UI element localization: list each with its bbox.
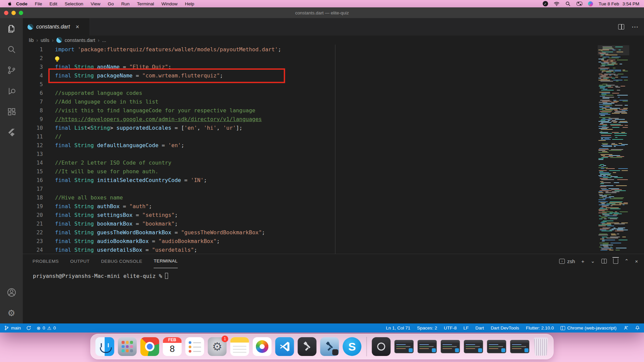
dock-item-window-3[interactable] — [441, 340, 460, 353]
search-icon[interactable] — [0, 39, 23, 60]
line-number[interactable]: 22 — [23, 228, 43, 237]
close-panel-icon[interactable]: × — [635, 258, 638, 264]
menu-item-run[interactable]: Run — [117, 0, 133, 7]
code-line[interactable]: 2 — [23, 54, 644, 63]
dock-item-reminders[interactable] — [185, 337, 204, 356]
line-number[interactable]: 23 — [23, 237, 43, 246]
menu-item-app[interactable]: Code — [12, 0, 31, 7]
line-number[interactable]: 12 — [23, 141, 43, 150]
line-number[interactable]: 5 — [23, 80, 43, 89]
code-line[interactable]: 20final String settingsBox = "settings"; — [23, 211, 644, 220]
code-line[interactable]: 6//supporated language codes — [23, 89, 644, 98]
menu-item-go[interactable]: Go — [104, 0, 117, 7]
dock-item-xcode-blue[interactable] — [320, 337, 339, 356]
code-line[interactable]: 12final String defaultLanguageCode = 'en… — [23, 141, 644, 150]
breadcrumb-item[interactable]: utils — [41, 38, 49, 43]
line-number[interactable]: 14 — [23, 159, 43, 167]
menu-item-help[interactable]: Help — [181, 0, 198, 7]
minimap[interactable] — [598, 45, 629, 254]
menu-item-file[interactable]: File — [31, 0, 46, 7]
menu-bar-clock[interactable]: Tue 8 Feb 3:54 PM — [599, 1, 639, 6]
branch-indicator[interactable]: main — [4, 325, 21, 330]
code-line[interactable]: 9//https://developers.google.com/admin-s… — [23, 115, 644, 124]
line-number[interactable]: 17 — [23, 185, 43, 193]
notifications-button[interactable] — [635, 325, 640, 330]
source-control-icon[interactable] — [0, 60, 23, 80]
code-line[interactable]: 14//Enter 2 Letter ISO Code of country — [23, 159, 644, 167]
terminal-dropdown-icon[interactable]: ⌄ — [591, 258, 595, 264]
line-number[interactable]: 16 — [23, 176, 43, 185]
code-line[interactable]: 1import 'package:flutterquiz/features/wa… — [23, 45, 644, 54]
sync-indicator[interactable] — [26, 325, 31, 330]
new-terminal-icon[interactable]: + — [581, 258, 584, 264]
menu-item-selection[interactable]: Selection — [61, 0, 87, 7]
menu-item-window[interactable]: Window — [158, 0, 181, 7]
dock-item-dark-app[interactable] — [372, 337, 391, 356]
status-item-ln[interactable]: Ln 1, Col 71 — [386, 325, 410, 330]
window-title-bar[interactable]: constants.dart — elite-quiz — [0, 7, 644, 18]
dock-item-photos[interactable] — [253, 337, 272, 356]
code-line[interactable]: 10final List<String> supporatedLocales =… — [23, 124, 644, 132]
line-number[interactable]: 24 — [23, 246, 43, 254]
status-item-utf-8[interactable]: UTF-8 — [444, 325, 457, 330]
wifi-icon[interactable] — [554, 1, 559, 7]
dock-item-system-preferences[interactable]: ⚙1 — [208, 337, 227, 356]
control-center-icon[interactable] — [577, 2, 582, 6]
line-number[interactable]: 10 — [23, 124, 43, 132]
dock-item-notes[interactable] — [230, 337, 249, 356]
dock-item-calendar[interactable]: FEB8 — [163, 337, 182, 356]
breadcrumb-item[interactable]: ... — [102, 38, 106, 43]
shield-check-icon[interactable]: ✓ — [543, 1, 548, 6]
code-line[interactable]: 15//It will be use for phone auth. — [23, 167, 644, 176]
code-line[interactable]: 17 — [23, 185, 644, 193]
account-icon[interactable] — [0, 282, 23, 303]
line-number[interactable]: 13 — [23, 150, 43, 159]
line-number[interactable]: 2 — [23, 54, 43, 63]
code-line[interactable]: 23final String audioBookmarkBox = "audio… — [23, 237, 644, 246]
problems-indicator[interactable]: ⊗ 0 ⚠ 0 — [37, 325, 56, 331]
line-number[interactable]: 4 — [23, 71, 43, 80]
line-number[interactable]: 21 — [23, 220, 43, 228]
more-actions-icon[interactable]: ⋯ — [632, 23, 639, 31]
lightbulb-icon[interactable] — [55, 56, 59, 61]
line-number[interactable]: 19 — [23, 202, 43, 211]
extensions-icon[interactable] — [0, 101, 23, 122]
line-number[interactable]: 11 — [23, 132, 43, 141]
line-number[interactable]: 18 — [23, 193, 43, 202]
code-line[interactable]: 18//Hive all boxes name — [23, 193, 644, 202]
line-number[interactable]: 3 — [23, 63, 43, 71]
split-editor-icon[interactable] — [618, 24, 624, 29]
status-item-spaces[interactable]: Spaces: 2 — [417, 325, 437, 330]
dock-item-window-2[interactable] — [418, 340, 437, 353]
code-line[interactable]: 24final String userdetailsBox = "userdet… — [23, 246, 644, 254]
status-item-dart[interactable]: Dart DevTools — [491, 325, 519, 330]
flutter-icon[interactable] — [0, 122, 23, 143]
line-number[interactable]: 6 — [23, 89, 43, 98]
line-number[interactable]: 15 — [23, 167, 43, 176]
explorer-icon[interactable] — [0, 18, 23, 39]
dock-item-chrome[interactable] — [141, 337, 159, 356]
run-debug-icon[interactable] — [0, 80, 23, 101]
dock-item-xcode-dark[interactable] — [298, 337, 317, 356]
code-line[interactable]: 21final String bookmarkBox = "bookmark"; — [23, 220, 644, 228]
menu-item-terminal[interactable]: Terminal — [133, 0, 158, 7]
browser-target[interactable]: Chrome (web-javascript) — [560, 325, 616, 330]
code-editor[interactable]: 1import 'package:flutterquiz/features/wa… — [23, 45, 644, 254]
terminal-shell-select[interactable]: › zsh — [559, 258, 575, 264]
panel-tab-terminal[interactable]: TERMINAL — [154, 254, 177, 268]
menu-item-view[interactable]: View — [87, 0, 104, 7]
dock-item-skype[interactable]: S — [343, 337, 362, 356]
dock-item-trash[interactable] — [533, 338, 549, 356]
line-number[interactable]: 9 — [23, 115, 43, 124]
feedback-button[interactable] — [623, 325, 628, 330]
dock-item-window-6[interactable] — [510, 340, 530, 353]
line-number[interactable]: 20 — [23, 211, 43, 220]
code-line[interactable]: 16final String initialSelectedCountryCod… — [23, 176, 644, 185]
status-item-lf[interactable]: LF — [464, 325, 469, 330]
code-line[interactable]: 7//Add language code in this list — [23, 98, 644, 106]
code-line[interactable]: 8//visit this to find languageCode for y… — [23, 106, 644, 115]
dock-item-launchpad[interactable] — [118, 337, 137, 356]
breadcrumb-item[interactable]: lib — [29, 38, 34, 43]
status-item-flutter[interactable]: Flutter: 2.10.0 — [526, 325, 554, 330]
tab-close-icon[interactable]: × — [76, 23, 79, 31]
